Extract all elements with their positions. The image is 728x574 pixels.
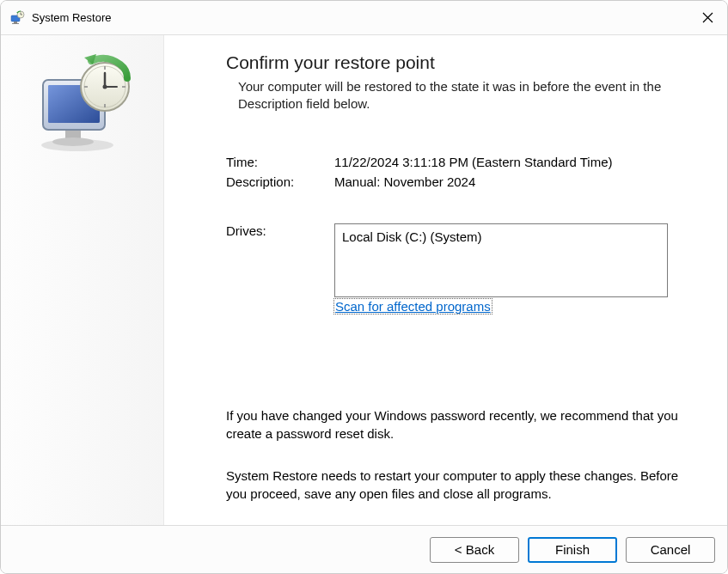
content-area: Confirm your restore point Your computer… bbox=[1, 35, 727, 525]
system-restore-icon bbox=[9, 10, 25, 26]
description-value: Manual: November 2024 bbox=[334, 174, 475, 189]
titlebar: System Restore bbox=[1, 1, 727, 35]
description-label: Description: bbox=[226, 174, 334, 189]
scan-affected-programs-link[interactable]: Scan for affected programs bbox=[334, 299, 492, 314]
back-button[interactable]: < Back bbox=[430, 537, 519, 563]
close-icon bbox=[702, 12, 713, 23]
drives-list: Local Disk (C:) (System) bbox=[334, 223, 668, 297]
drive-item: Local Disk (C:) (System) bbox=[342, 229, 660, 244]
drives-label: Drives: bbox=[226, 223, 334, 238]
cancel-button[interactable]: Cancel bbox=[626, 537, 715, 563]
close-button[interactable] bbox=[688, 1, 727, 35]
time-value: 11/22/2024 3:11:18 PM (Eastern Standard … bbox=[334, 155, 613, 169]
svg-rect-2 bbox=[12, 23, 19, 24]
password-notice: If you have changed your Windows passwor… bbox=[226, 406, 690, 443]
svg-rect-1 bbox=[14, 21, 17, 23]
restore-illustration-icon bbox=[31, 52, 134, 156]
restore-point-info: Time: 11/22/2024 3:11:18 PM (Eastern Sta… bbox=[226, 155, 693, 314]
page-subtitle: Your computer will be restored to the st… bbox=[238, 78, 685, 113]
svg-point-6 bbox=[52, 137, 94, 146]
restart-notice: System Restore needs to restart your com… bbox=[226, 467, 690, 503]
wizard-sidebar bbox=[1, 35, 164, 525]
svg-point-18 bbox=[102, 85, 107, 89]
button-bar: < Back Finish Cancel bbox=[1, 525, 727, 573]
finish-button[interactable]: Finish bbox=[528, 537, 617, 563]
page-title: Confirm your restore point bbox=[226, 52, 693, 73]
window-title: System Restore bbox=[32, 11, 688, 24]
wizard-main: Confirm your restore point Your computer… bbox=[164, 35, 727, 525]
time-label: Time: bbox=[226, 155, 334, 169]
